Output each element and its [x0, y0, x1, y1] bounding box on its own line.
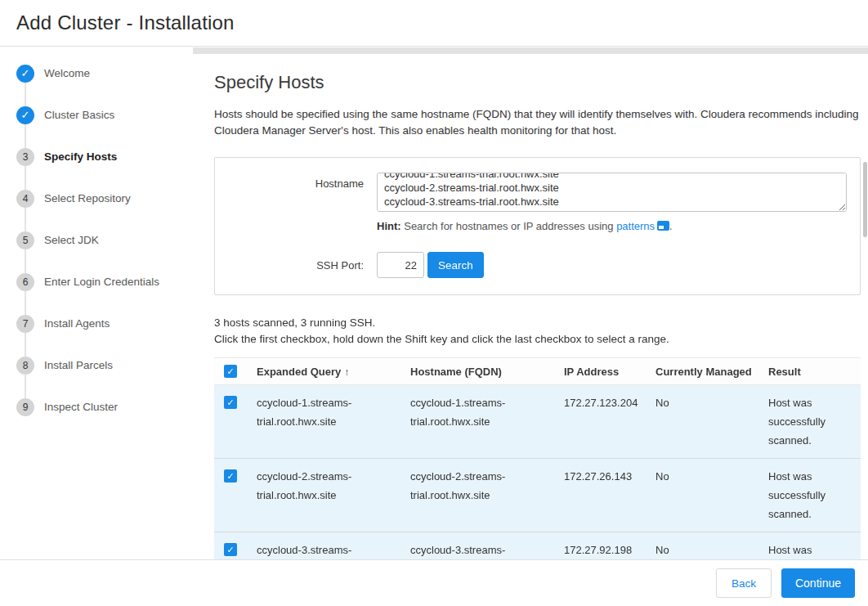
table-row: ✓ ccycloud-2.streams-trial.root.hwx.site… — [214, 459, 861, 532]
step-number: 7 — [16, 315, 34, 333]
sidebar-step-specify-hosts: 3 Specify Hosts — [16, 136, 193, 177]
hostname-label: Hostname — [228, 173, 377, 247]
sidebar-step-select-jdk: 5 Select JDK — [16, 219, 193, 261]
hosts-table-header: ✓ Expanded Query↑ Hostname (FQDN) IP Add… — [214, 357, 861, 385]
step-number: 5 — [16, 231, 34, 249]
hostname-cell: ccycloud-2.streams-trial.root.hwx.site — [402, 459, 556, 532]
sidebar-step-install-parcels: 8 Install Parcels — [16, 344, 193, 386]
vertical-scrollbar[interactable] — [863, 162, 867, 237]
step-label: Enter Login Credentials — [44, 276, 159, 288]
row-checkbox[interactable]: ✓ — [224, 543, 237, 556]
hostname-cell: ccycloud-1.streams-trial.root.hwx.site — [402, 385, 556, 458]
expanded-query-cell: ccycloud-1.streams-trial.root.hwx.site — [248, 385, 402, 458]
content-top-divider — [193, 47, 868, 54]
currently-managed-cell: No — [647, 385, 760, 458]
expanded-query-cell: ccycloud-2.streams-trial.root.hwx.site — [248, 459, 402, 532]
column-header-result[interactable]: Result — [760, 366, 861, 378]
step-label: Welcome — [44, 67, 90, 79]
column-header-currently-managed[interactable]: Currently Managed — [647, 366, 760, 378]
sidebar-step-cluster-basics: ✓ Cluster Basics — [16, 94, 193, 136]
step-number: 8 — [16, 357, 34, 375]
scan-summary: 3 hosts scanned, 3 running SSH. — [214, 315, 861, 331]
sidebar-step-enter-login-credentials: 6 Enter Login Credentials — [16, 261, 193, 303]
host-form: Hostname ccycloud-1.streams-trial.root.h… — [214, 157, 861, 295]
step-label: Select Repository — [44, 192, 131, 204]
select-all-checkbox[interactable]: ✓ — [224, 365, 237, 378]
main-content: Specify Hosts Hosts should be specified … — [193, 47, 868, 606]
currently-managed-cell: No — [647, 459, 760, 532]
sidebar-step-select-repository: 4 Select Repository — [16, 177, 193, 219]
scan-instruction: Click the first checkbox, hold down the … — [214, 331, 861, 348]
section-title: Specify Hosts — [214, 72, 861, 93]
result-cell: Host was successfully scanned. — [760, 459, 861, 532]
hostname-hint: Hint: Search for hostnames or IP address… — [377, 220, 847, 232]
step-number: 9 — [16, 398, 34, 416]
step-label: Inspect Cluster — [44, 401, 118, 413]
ssh-port-label: SSH Port: — [228, 252, 377, 278]
back-button[interactable]: Back — [716, 568, 772, 598]
step-label: Cluster Basics — [44, 109, 114, 121]
step-complete-icon: ✓ — [16, 106, 34, 124]
patterns-link[interactable]: patterns — [616, 220, 655, 232]
page-title: Add Cluster - Installation — [16, 11, 235, 34]
wizard-footer: Back Continue — [0, 559, 868, 606]
step-complete-icon: ✓ — [16, 65, 34, 83]
patterns-popup-icon — [657, 221, 669, 231]
wizard-sidebar: ✓ Welcome ✓ Cluster Basics 3 Specify Hos… — [0, 47, 193, 606]
step-number: 6 — [16, 273, 34, 291]
sidebar-step-welcome: ✓ Welcome — [16, 52, 193, 94]
sort-ascending-icon: ↑ — [344, 366, 350, 378]
step-label: Install Parcels — [44, 359, 113, 371]
row-checkbox[interactable]: ✓ — [224, 396, 237, 409]
sidebar-step-install-agents: 7 Install Agents — [16, 303, 193, 344]
step-number: 4 — [16, 190, 34, 208]
table-row: ✓ ccycloud-1.streams-trial.root.hwx.site… — [214, 385, 861, 459]
ip-address-cell: 172.27.123.204 — [556, 385, 647, 458]
search-button[interactable]: Search — [427, 252, 484, 278]
sidebar-step-inspect-cluster: 9 Inspect Cluster — [16, 386, 193, 428]
column-header-expanded-query[interactable]: Expanded Query↑ — [248, 366, 402, 378]
result-cell: Host was successfully scanned. — [760, 385, 861, 458]
continue-button[interactable]: Continue — [781, 568, 855, 598]
hostname-input[interactable]: ccycloud-1.streams-trial.root.hwx.site c… — [377, 173, 847, 212]
ip-address-cell: 172.27.26.143 — [556, 459, 647, 532]
wizard-steps: ✓ Welcome ✓ Cluster Basics 3 Specify Hos… — [0, 47, 193, 428]
ssh-port-input[interactable] — [377, 252, 424, 278]
step-label: Specify Hosts — [44, 150, 117, 163]
column-header-hostname[interactable]: Hostname (FQDN) — [402, 366, 556, 378]
row-checkbox[interactable]: ✓ — [224, 469, 237, 483]
step-label: Install Agents — [44, 317, 110, 330]
intro-text: Hosts should be specified using the same… — [214, 106, 861, 139]
app-header: Add Cluster - Installation — [0, 0, 868, 47]
step-label: Select JDK — [44, 234, 99, 246]
column-header-ip-address[interactable]: IP Address — [556, 366, 647, 378]
step-number: 3 — [16, 148, 34, 166]
